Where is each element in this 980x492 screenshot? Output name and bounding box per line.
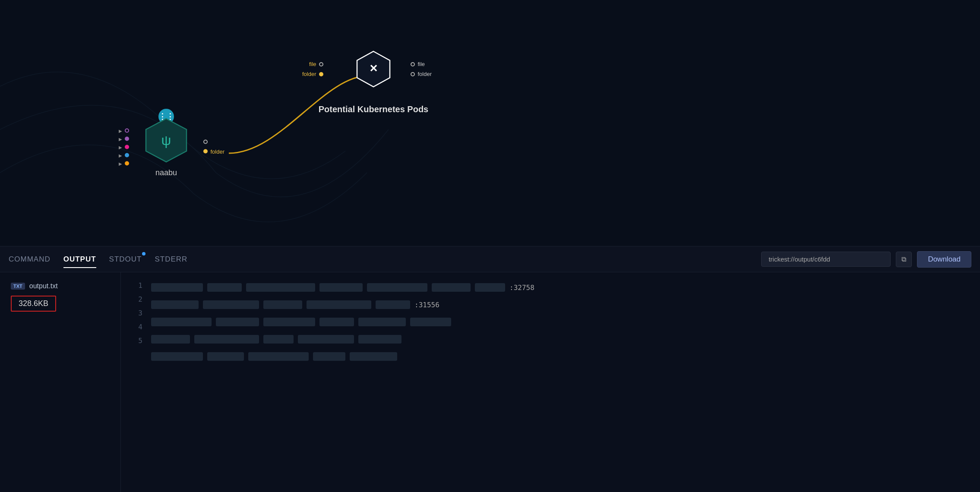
kube-folder-label: folder [302, 71, 316, 77]
port-arrow: ▶ [119, 136, 122, 141]
blurred-4e [358, 335, 401, 344]
kubernetes-label: Potential Kubernetes Pods [319, 104, 429, 114]
blurred-2d [307, 300, 371, 309]
port-arrow: ▶ [119, 128, 122, 133]
blurred-2b [203, 300, 259, 309]
naabu-label: naabu [155, 168, 177, 177]
blurred-1c [246, 283, 315, 292]
file-type-badge: TXT [11, 283, 25, 290]
content-line-5 [151, 348, 971, 365]
blurred-3c [263, 318, 315, 326]
kube-folder-port-filled [319, 72, 323, 76]
line-numbers: 1 2 3 4 5 [130, 279, 142, 486]
blurred-5b [207, 352, 244, 361]
port-row-3: ▶ [119, 145, 129, 149]
port-arrow: ▶ [119, 153, 122, 158]
file-item[interactable]: TXT output.txt [6, 279, 114, 293]
port-row-1: ▶ [119, 128, 129, 133]
blurred-2e [376, 300, 410, 309]
content-line-1: :32758 [151, 279, 971, 296]
kube-out-file: file [411, 61, 432, 67]
blurred-3d [319, 318, 354, 326]
tab-stdout[interactable]: STDOUT [109, 253, 142, 266]
line-end-2: :31556 [414, 301, 439, 309]
port-row-2: ▶ [119, 136, 129, 141]
kube-port-folder: folder [302, 71, 323, 77]
blurred-2a [151, 300, 199, 309]
output-url-input[interactable] [761, 252, 891, 267]
line-num-2: 2 [130, 293, 142, 306]
blurred-1b [207, 283, 242, 292]
kube-right-ports: file folder [411, 61, 432, 77]
download-button[interactable]: Download [917, 251, 971, 268]
canvas-area: ⋮⋮ ψ ▶ ▶ ▶ ▶ [0, 0, 980, 246]
bottom-panel: COMMAND OUTPUT STDOUT STDERR ⧉ Download … [0, 246, 980, 492]
folder-port-label: folder [210, 148, 224, 155]
naabu-hex: ψ [142, 117, 190, 164]
content-line-2: :31556 [151, 296, 971, 313]
kube-left-ports: file folder [302, 61, 323, 77]
copy-button[interactable]: ⧉ [896, 252, 912, 267]
blurred-4d [298, 335, 354, 344]
blurred-2c [263, 300, 302, 309]
blurred-1d [319, 283, 363, 292]
kube-file-label: file [309, 61, 316, 67]
content-lines: :32758 :31556 [151, 279, 971, 486]
kube-out-folder: folder [411, 71, 432, 77]
blurred-5c [248, 352, 309, 361]
port-row-4: ▶ [119, 153, 129, 158]
port-right-1 [203, 139, 224, 144]
kube-out-file-label: file [417, 61, 425, 67]
kube-out-folder-port [411, 72, 415, 76]
port-circle-filled [203, 149, 208, 154]
blurred-3f [410, 318, 451, 326]
naabu-icon: ψ [161, 132, 171, 148]
kube-hex-svg: ✕ [354, 50, 393, 88]
port-pink [125, 145, 129, 149]
file-name-label: output.txt [29, 282, 58, 290]
port-orange [125, 161, 129, 166]
file-panel: TXT output.txt 328.6KB [0, 272, 121, 492]
content-area: TXT output.txt 328.6KB 1 2 3 4 5 [0, 272, 980, 492]
tabs-bar: COMMAND OUTPUT STDOUT STDERR ⧉ Download [0, 246, 980, 272]
naabu-right-ports: folder [203, 139, 224, 155]
kube-file-port [319, 62, 323, 66]
port-right-folder: folder [203, 148, 224, 155]
tab-output[interactable]: OUTPUT [63, 253, 96, 266]
blurred-5e [350, 352, 397, 361]
blurred-5a [151, 352, 203, 361]
blurred-3a [151, 318, 212, 326]
blurred-1a [151, 283, 203, 292]
blurred-1f [432, 283, 471, 292]
blurred-1g [475, 283, 505, 292]
naabu-left-ports: ▶ ▶ ▶ ▶ ▶ [119, 128, 129, 166]
file-size-box: 328.6KB [11, 296, 56, 312]
port-arrow: ▶ [119, 145, 122, 149]
preview-area: 1 2 3 4 5 :32758 [121, 272, 980, 492]
port-circle-empty [203, 139, 208, 144]
line-end-1: :32758 [509, 284, 534, 292]
blurred-4c [263, 335, 294, 344]
blurred-1e [367, 283, 427, 292]
line-num-3: 3 [130, 306, 142, 320]
port-empty [125, 129, 129, 133]
line-number-content: 1 2 3 4 5 :32758 [130, 279, 971, 486]
blurred-3b [216, 318, 259, 326]
tab-stderr[interactable]: STDERR [155, 253, 188, 266]
blurred-4a [151, 335, 190, 344]
blurred-3e [358, 318, 406, 326]
blurred-5d [313, 352, 345, 361]
tab-command[interactable]: COMMAND [9, 253, 51, 266]
blurred-4b [194, 335, 259, 344]
stdout-dot [142, 252, 145, 255]
tabs-right-controls: ⧉ Download [761, 251, 971, 268]
kubernetes-node[interactable]: file folder ✕ file folder [354, 50, 393, 88]
kube-out-folder-label: folder [417, 71, 432, 77]
kube-port-file: file [302, 61, 323, 67]
line-num-5: 5 [130, 334, 142, 348]
svg-text:✕: ✕ [369, 63, 378, 74]
line-num-1: 1 [130, 279, 142, 293]
naabu-node[interactable]: ⋮⋮ ψ ▶ ▶ ▶ ▶ [142, 117, 190, 177]
port-arrow: ▶ [119, 161, 122, 166]
content-line-3 [151, 313, 971, 331]
